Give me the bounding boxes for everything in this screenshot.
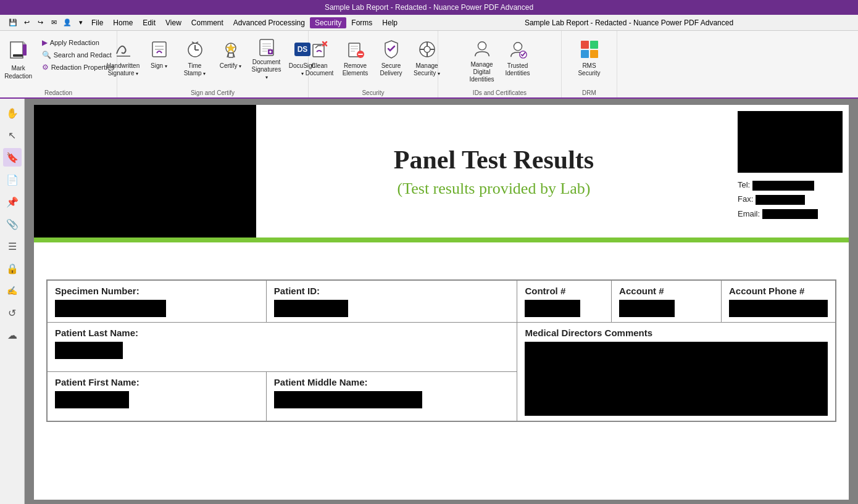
medical-directors-cell: Medical Directors Comments	[517, 323, 836, 422]
time-stamp-button[interactable]: TimeStamp ▾	[178, 36, 212, 83]
ribbon: MarkRedaction ▶ Apply Redaction 🔍 Search…	[0, 31, 858, 99]
clean-document-button[interactable]: CleanDocument	[303, 36, 336, 83]
title-bar: Sample Lab Report - Redacted - Nuance Po…	[0, 0, 858, 15]
svg-line-12	[196, 42, 198, 43]
green-separator	[34, 238, 849, 242]
account-number-cell: Account #	[612, 280, 722, 323]
patient-first-name-cell: Patient First Name:	[47, 371, 266, 421]
save-icon[interactable]: 💾	[7, 17, 19, 28]
ribbon-group-redaction: MarkRedaction ▶ Apply Redaction 🔍 Search…	[0, 31, 117, 97]
svg-marker-2	[23, 41, 27, 44]
hand-tool[interactable]: ✋	[3, 104, 22, 122]
svg-rect-1	[13, 54, 23, 57]
refresh-tool[interactable]: ↺	[3, 304, 22, 322]
apply-redaction-button[interactable]: ▶ Apply Redaction	[40, 37, 117, 48]
stamp-tool[interactable]: 📌	[3, 192, 22, 211]
undo-icon[interactable]: ↩	[21, 17, 32, 28]
redaction-small-group: ▶ Apply Redaction 🔍 Search and Redact ⚙ …	[40, 37, 117, 81]
fax-line: Fax:	[738, 192, 843, 206]
medical-directors-label: Medical Directors Comments	[525, 328, 828, 338]
page-tool[interactable]: 📄	[3, 170, 22, 189]
account-phone-cell: Account Phone #	[721, 280, 836, 323]
document-signatures-button[interactable]: DocumentSignatures ▾	[250, 36, 283, 83]
menu-item-edit[interactable]: Edit	[138, 17, 160, 28]
security-items: CleanDocument RemoveElements	[303, 33, 444, 95]
redaction-group-label: Redaction	[44, 89, 72, 96]
tel-line: Tel:	[738, 178, 843, 192]
contact-info: Tel: Fax: Email:	[738, 178, 843, 221]
header-logo	[34, 105, 256, 238]
patient-id-label: Patient ID:	[274, 286, 510, 296]
mark-redaction-button[interactable]: MarkRedaction	[0, 36, 37, 83]
patient-last-name-cell: Patient Last Name:	[47, 323, 517, 372]
menu-item-security[interactable]: Security	[310, 17, 346, 28]
document-subtitle: (Test results provided by Lab)	[398, 180, 591, 198]
patient-middle-name-redacted	[274, 391, 422, 408]
patient-id-cell: Patient ID:	[266, 280, 517, 323]
account-phone-label: Account Phone #	[729, 286, 828, 296]
select-tool[interactable]: ↖	[3, 126, 22, 144]
sign-certify-items: HandwrittenSignature ▾ Sign ▾	[107, 33, 319, 95]
menu-item-view[interactable]: View	[160, 17, 186, 28]
control-number-redacted	[525, 300, 580, 317]
content-area: Panel Test Results (Test results provide…	[25, 99, 858, 504]
search-and-redact-button[interactable]: 🔍 Search and Redact	[40, 49, 117, 60]
sign-tool[interactable]: ✍	[3, 281, 22, 300]
patient-first-name-label: Patient First Name:	[55, 377, 259, 387]
svg-point-44	[514, 43, 522, 51]
doc-header: Panel Test Results (Test results provide…	[34, 105, 849, 238]
rms-security-button[interactable]: RMSSecurity	[573, 36, 606, 83]
lock-tool[interactable]: 🔒	[3, 259, 22, 278]
ribbon-group-sign-certify: HandwrittenSignature ▾ Sign ▾	[117, 31, 309, 97]
handwritten-signature-button[interactable]: HandwrittenSignature ▾	[107, 36, 140, 83]
ids-items: Manage DigitalIdentities TrustedIdentiti…	[465, 33, 535, 95]
remove-elements-button[interactable]: RemoveElements	[339, 36, 372, 83]
menu-item-file[interactable]: File	[86, 17, 108, 28]
specimen-number-label: Specimen Number:	[55, 286, 259, 296]
secure-delivery-button[interactable]: SecureDelivery	[375, 36, 408, 83]
patient-middle-name-label: Patient Middle Name:	[274, 377, 510, 387]
drm-group-label: DRM	[582, 89, 596, 96]
menu-item-advanced-processing[interactable]: Advanced Processing	[228, 17, 310, 28]
main-area: ✋ ↖ 🔖 📄 📌 📎 ☰ 🔒 ✍ ↺ ☁ Panel Test Results…	[0, 99, 858, 504]
security-group-label: Security	[362, 89, 384, 96]
ribbon-group-drm: RMSSecurity DRM	[562, 31, 617, 97]
manage-digital-identities-button[interactable]: Manage DigitalIdentities	[465, 36, 499, 83]
app-title: Sample Lab Report - Redacted - Nuance Po…	[402, 19, 856, 27]
menu-item-comment[interactable]: Comment	[186, 17, 228, 28]
left-sidebar: ✋ ↖ 🔖 📄 📌 📎 ☰ 🔒 ✍ ↺ ☁	[0, 99, 25, 504]
svg-rect-3	[23, 44, 27, 56]
svg-point-43	[478, 42, 486, 50]
list-tool[interactable]: ☰	[3, 237, 22, 255]
menu-item-help[interactable]: Help	[377, 17, 402, 28]
control-number-cell: Control #	[517, 280, 612, 323]
clip-tool[interactable]: 📎	[3, 215, 22, 233]
drm-items: RMSSecurity	[573, 33, 606, 95]
patient-first-name-redacted	[55, 391, 129, 408]
account-phone-redacted	[729, 300, 828, 317]
control-number-label: Control #	[525, 286, 604, 296]
document: Panel Test Results (Test results provide…	[34, 105, 849, 500]
trusted-identities-button[interactable]: TrustedIdentities	[501, 36, 535, 83]
fax-redacted	[756, 195, 805, 205]
header-contact-area: Tel: Fax: Email:	[731, 105, 849, 238]
table-row-1: Specimen Number: Patient ID: Control #	[47, 280, 836, 323]
certify-button[interactable]: Certify ▾	[214, 36, 248, 83]
header-title-area: Panel Test Results (Test results provide…	[256, 105, 731, 238]
redo-icon[interactable]: ↪	[35, 17, 46, 28]
specimen-number-redacted	[55, 300, 166, 317]
sign-button[interactable]: Sign ▾	[143, 36, 176, 83]
tel-redacted	[752, 181, 814, 191]
dropdown-icon[interactable]: ▾	[75, 17, 86, 28]
ribbon-group-ids: Manage DigitalIdentities TrustedIdentiti…	[438, 31, 562, 97]
document-title: Panel Test Results	[394, 145, 594, 175]
bookmark-tool[interactable]: 🔖	[3, 148, 22, 167]
redaction-properties-button[interactable]: ⚙ Redaction Properties	[40, 62, 117, 73]
mail-icon[interactable]: ✉	[48, 17, 59, 28]
menu-item-home[interactable]: Home	[108, 17, 138, 28]
svg-line-11	[192, 42, 194, 43]
cloud-tool[interactable]: ☁	[3, 326, 22, 344]
menu-item-forms[interactable]: Forms	[346, 17, 377, 28]
sign-certify-group-label: Sign and Certify	[191, 89, 235, 96]
user-icon[interactable]: 👤	[62, 17, 73, 28]
